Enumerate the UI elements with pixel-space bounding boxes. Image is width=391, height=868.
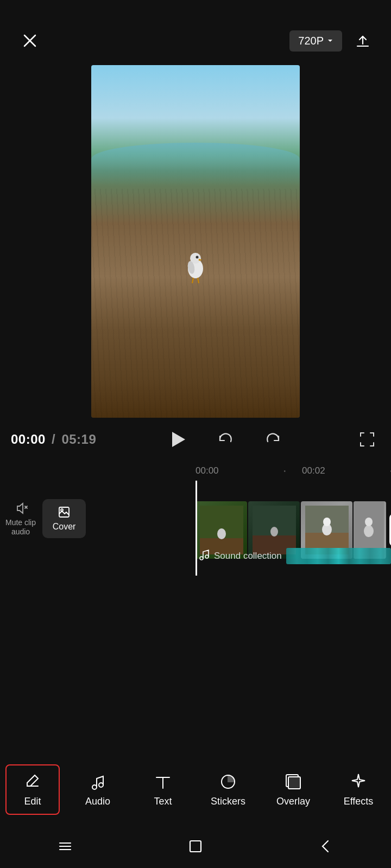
redo-icon	[263, 430, 283, 449]
timeline-ruler: 00:00 • 00:02 •	[0, 461, 391, 481]
edit-label: Edit	[24, 796, 41, 807]
sound-label: Sound collection	[214, 551, 282, 561]
resolution-label: 720P	[298, 35, 324, 47]
time-current: 00:00	[11, 432, 46, 446]
back-icon	[317, 838, 335, 855]
motion-lines	[91, 189, 300, 418]
fullscreen-button[interactable]	[354, 426, 380, 452]
redo-button[interactable]	[260, 426, 286, 452]
svg-rect-40	[190, 841, 201, 852]
mute-icon	[13, 501, 28, 516]
fullscreen-icon	[357, 430, 377, 449]
undo-icon	[216, 430, 235, 449]
cover-label: Cover	[53, 522, 76, 532]
playhead	[195, 481, 197, 576]
toolbar-item-text[interactable]: Text	[136, 765, 190, 814]
cover-tool-wrapper: Cover	[42, 499, 86, 538]
overlay-label: Overlay	[276, 796, 310, 807]
bottom-toolbar: Edit Audio Text Stickers Overlay	[0, 754, 391, 825]
ruler-mark-2: 00:02	[302, 465, 325, 476]
toolbar-item-stickers[interactable]: Stickers	[201, 765, 255, 814]
nav-bar	[0, 825, 391, 868]
music-icon	[198, 549, 210, 561]
svg-line-7	[198, 278, 199, 283]
overlay-icon	[283, 772, 303, 792]
svg-point-30	[92, 785, 97, 789]
timeline-area: 00:00 • 00:02 • Mute clipaudio	[0, 461, 391, 635]
sound-waveform	[286, 548, 391, 564]
mute-label: Mute clipaudio	[5, 518, 36, 537]
edit-icon	[23, 772, 42, 792]
toolbar-item-overlay[interactable]: Overlay	[266, 765, 320, 814]
svg-rect-36	[288, 777, 300, 789]
time-total: 05:19	[61, 432, 96, 446]
svg-point-27	[200, 557, 203, 560]
header: 720P	[0, 0, 391, 65]
toolbar-item-effects[interactable]: Effects	[331, 765, 386, 814]
close-button[interactable]	[16, 27, 43, 54]
stickers-icon	[218, 772, 238, 792]
svg-point-21	[323, 518, 331, 526]
effects-icon	[349, 772, 368, 792]
svg-point-31	[99, 783, 103, 787]
time-separator: /	[52, 432, 55, 446]
nav-home-button[interactable]	[179, 830, 212, 863]
home-icon	[187, 838, 204, 855]
svg-line-6	[192, 278, 193, 283]
text-icon	[153, 772, 173, 792]
menu-icon	[56, 838, 74, 855]
svg-point-17	[270, 527, 278, 537]
audio-label: Audio	[85, 796, 110, 807]
video-preview	[91, 65, 300, 418]
header-right: 720P	[289, 29, 375, 53]
toolbar-item-audio[interactable]: Audio	[71, 765, 125, 814]
svg-point-24	[365, 518, 373, 526]
svg-point-28	[205, 555, 209, 558]
side-tools: Mute clipaudio	[5, 501, 36, 537]
mute-tool[interactable]: Mute clipaudio	[5, 501, 36, 537]
effects-label: Effects	[344, 796, 374, 807]
ruler-dot-1: •	[284, 468, 286, 474]
svg-point-4	[196, 256, 199, 258]
cover-tool[interactable]: Cover	[42, 499, 86, 538]
sound-bar[interactable]: Sound collection	[195, 542, 391, 570]
ruler-mark-0: 00:00	[195, 465, 219, 476]
upload-button[interactable]	[351, 29, 375, 53]
cover-icon	[58, 506, 71, 519]
resolution-button[interactable]: 720P	[289, 30, 342, 52]
sound-icon	[198, 549, 210, 563]
wave-overlay	[91, 143, 300, 186]
svg-point-11	[61, 509, 63, 511]
play-icon	[166, 427, 190, 451]
bird-figure	[179, 250, 212, 288]
svg-point-23	[364, 525, 374, 537]
toolbar-item-edit[interactable]: Edit	[5, 764, 60, 815]
play-button[interactable]	[165, 426, 191, 452]
nav-menu-button[interactable]	[49, 830, 81, 863]
playback-controls	[96, 426, 354, 452]
time-display: 00:00 / 05:19	[11, 432, 96, 447]
undo-button[interactable]	[212, 426, 238, 452]
playback-bar: 00:00 / 05:19	[0, 418, 391, 461]
text-label: Text	[154, 796, 172, 807]
nav-back-button[interactable]	[310, 830, 342, 863]
stickers-label: Stickers	[211, 796, 245, 807]
audio-icon	[88, 772, 108, 792]
chevron-down-icon	[327, 37, 333, 44]
svg-point-14	[217, 528, 226, 539]
